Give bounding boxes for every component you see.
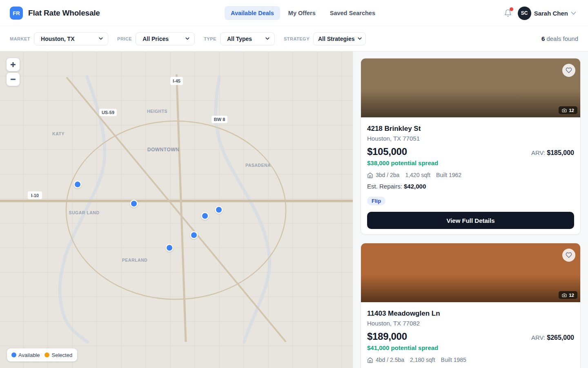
svg-text:BW 8: BW 8: [214, 117, 225, 122]
svg-text:DOWNTOWN: DOWNTOWN: [147, 147, 179, 153]
svg-text:I-10: I-10: [31, 193, 39, 198]
svg-text:PASADENA: PASADENA: [245, 163, 271, 168]
svg-text:KATY: KATY: [52, 131, 65, 136]
svg-text:US-59: US-59: [102, 110, 114, 115]
svg-text:SUGAR LAND: SUGAR LAND: [69, 210, 100, 215]
svg-text:HEIGHTS: HEIGHTS: [147, 109, 167, 114]
svg-text:PEARLAND: PEARLAND: [122, 258, 147, 263]
svg-text:I-45: I-45: [173, 79, 180, 83]
